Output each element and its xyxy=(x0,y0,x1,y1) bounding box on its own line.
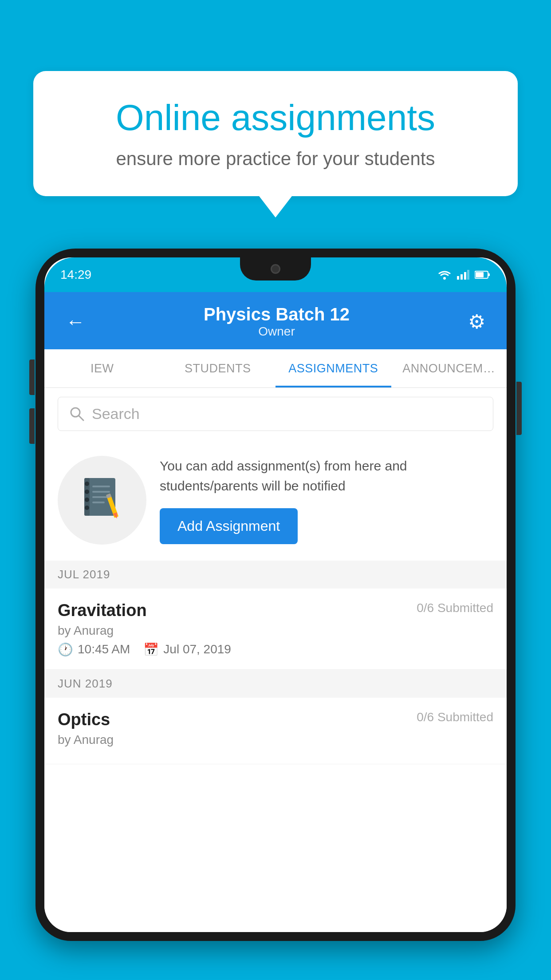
assignment-time-value: 10:45 AM xyxy=(78,642,130,656)
svg-rect-1 xyxy=(457,276,459,280)
submission-count-gravitation: 0/6 Submitted xyxy=(417,601,493,615)
assignment-top-row: Gravitation 0/6 Submitted xyxy=(58,601,493,620)
promo-text-area: You can add assignment(s) from here and … xyxy=(160,456,493,544)
app-header: ← Physics Batch 12 Owner ⚙ xyxy=(44,292,507,349)
section-jun-label: JUN 2019 xyxy=(58,677,113,690)
assignment-name-gravitation: Gravitation xyxy=(58,601,147,620)
assignment-by-optics: by Anurag xyxy=(58,733,493,747)
speech-bubble: Online assignments ensure more practice … xyxy=(33,71,518,196)
svg-rect-3 xyxy=(464,272,466,280)
svg-rect-2 xyxy=(460,274,463,280)
power-button xyxy=(516,382,522,435)
assignment-date: 📅 Jul 07, 2019 xyxy=(143,642,231,657)
back-button[interactable]: ← xyxy=(62,307,89,336)
svg-point-16 xyxy=(85,482,89,486)
tab-overview[interactable]: IEW xyxy=(44,349,160,387)
status-time: 14:29 xyxy=(60,268,91,282)
svg-rect-11 xyxy=(92,486,110,487)
status-bar: 14:29 xyxy=(44,257,507,292)
volume-down-button xyxy=(29,408,35,444)
promo-icon-circle xyxy=(58,456,146,545)
bubble-subtitle: ensure more practice for your students xyxy=(64,148,487,170)
svg-rect-7 xyxy=(476,272,484,277)
svg-point-18 xyxy=(85,498,89,502)
volume-up-button xyxy=(29,360,35,395)
phone-mockup: 14:29 xyxy=(35,249,516,980)
svg-point-19 xyxy=(85,506,89,510)
clock-icon: 🕐 xyxy=(58,642,73,657)
notebook-icon xyxy=(80,476,124,525)
svg-rect-6 xyxy=(488,273,490,276)
wifi-icon xyxy=(437,270,452,280)
promo-description: You can add assignment(s) from here and … xyxy=(160,456,493,496)
header-center: Physics Batch 12 Owner xyxy=(89,304,464,339)
assignment-gravitation[interactable]: Gravitation 0/6 Submitted by Anurag 🕐 10… xyxy=(44,589,507,670)
camera xyxy=(271,264,280,274)
screen-content: Search xyxy=(44,388,507,932)
assignment-by-gravitation: by Anurag xyxy=(58,624,493,638)
tab-announcements-label: ANNOUNCEM… xyxy=(402,362,495,375)
assignment-meta-gravitation: 🕐 10:45 AM 📅 Jul 07, 2019 xyxy=(58,642,493,657)
settings-button[interactable]: ⚙ xyxy=(464,307,489,336)
header-subtitle: Owner xyxy=(89,324,464,339)
search-bar-section: Search xyxy=(44,388,507,440)
calendar-icon: 📅 xyxy=(143,642,159,657)
assignment-date-value: Jul 07, 2019 xyxy=(163,642,231,656)
assignment-top-row-optics: Optics 0/6 Submitted xyxy=(58,710,493,729)
signal-icon xyxy=(457,270,469,280)
status-icons xyxy=(437,270,491,280)
tab-assignments-label: ASSIGNMENTS xyxy=(288,362,378,375)
header-title: Physics Batch 12 xyxy=(89,304,464,324)
svg-rect-4 xyxy=(467,270,469,280)
phone-outer-shell: 14:29 xyxy=(35,249,516,941)
tabs-bar: IEW STUDENTS ASSIGNMENTS ANNOUNCEM… xyxy=(44,349,507,387)
notch xyxy=(240,257,311,281)
svg-line-9 xyxy=(79,415,83,420)
assignment-time: 🕐 10:45 AM xyxy=(58,642,130,657)
svg-rect-12 xyxy=(92,491,110,493)
section-jul-2019: JUL 2019 xyxy=(44,561,507,589)
tab-students-label: STUDENTS xyxy=(185,362,251,375)
tab-overview-label: IEW xyxy=(91,362,114,375)
section-jul-label: JUL 2019 xyxy=(58,568,110,581)
speech-bubble-container: Online assignments ensure more practice … xyxy=(33,71,518,196)
search-placeholder: Search xyxy=(92,405,140,423)
add-assignment-button[interactable]: Add Assignment xyxy=(160,508,298,544)
promo-section: You can add assignment(s) from here and … xyxy=(44,440,507,561)
phone-screen: 14:29 xyxy=(44,257,507,932)
assignment-optics[interactable]: Optics 0/6 Submitted by Anurag xyxy=(44,698,507,764)
tab-announcements[interactable]: ANNOUNCEM… xyxy=(391,349,507,387)
bubble-title: Online assignments xyxy=(64,98,487,138)
search-input-wrapper[interactable]: Search xyxy=(58,397,493,431)
tab-students[interactable]: STUDENTS xyxy=(160,349,276,387)
tab-assignments[interactable]: ASSIGNMENTS xyxy=(276,349,391,387)
search-icon xyxy=(69,406,85,422)
svg-rect-14 xyxy=(92,502,105,503)
svg-point-17 xyxy=(85,490,89,494)
section-jun-2019: JUN 2019 xyxy=(44,670,507,698)
svg-point-0 xyxy=(443,277,446,280)
battery-icon xyxy=(475,270,491,279)
submission-count-optics: 0/6 Submitted xyxy=(417,710,493,724)
assignment-name-optics: Optics xyxy=(58,710,110,729)
phone-screen-area: 14:29 xyxy=(44,257,507,932)
